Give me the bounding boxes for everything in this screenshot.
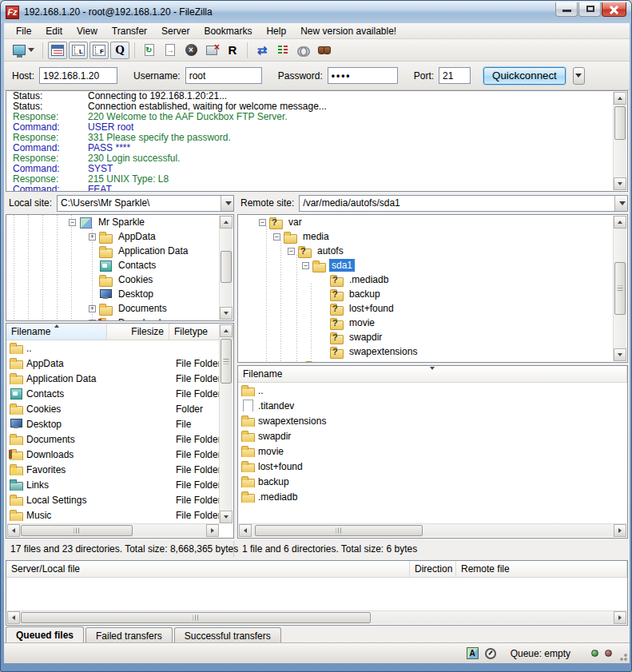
speed-limits-icon[interactable] [485,648,496,659]
menu-transfer[interactable]: Transfer [105,24,154,38]
message-log[interactable]: Status:Connecting to 192.168.1.20:21... … [6,90,628,192]
scrollbar-thumb[interactable] [221,339,232,384]
scrollbar-thumb[interactable] [255,525,423,536]
column-header-filename[interactable]: Filename [6,324,107,340]
queue-horizontal-scrollbar[interactable] [7,610,626,624]
tab-failed-transfers[interactable]: Failed transfers [85,627,173,643]
link-button[interactable] [294,42,313,59]
log-vertical-scrollbar[interactable] [613,92,626,190]
transfer-type-icon[interactable]: A [467,647,479,659]
file-row[interactable]: Links File Folder [6,477,233,492]
menu-file[interactable]: File [9,24,38,38]
tree-item-lost-found[interactable]: ? lost+found [238,301,627,316]
close-button[interactable] [602,2,626,17]
site-manager-button[interactable] [9,42,38,59]
tree-item-application-data[interactable]: Application Data [6,244,233,258]
local-list-vertical-scrollbar[interactable] [219,324,233,523]
cancel-operation-button[interactable]: × [181,42,201,59]
remote-site-combo[interactable]: /var/media/autofs/sda1 [299,195,628,212]
tree-item-downloads[interactable]: + Downloads [6,316,233,321]
tree-item-desktop[interactable]: Desktop [6,287,233,301]
scroll-left-button[interactable] [7,524,20,537]
scrollbar-thumb[interactable] [614,106,626,140]
title-bar[interactable]: Fz 192.168.1.20 - root@192.168.1.20 - Fi… [1,1,631,23]
find-files-button[interactable] [315,42,334,59]
combo-dropdown-button[interactable] [614,196,627,211]
tree-item-dvd[interactable]: ? dvd [238,359,627,363]
collapse-toggle-icon[interactable]: − [69,219,76,226]
tab-queued-files[interactable]: Queued files [6,626,84,643]
scroll-right-button[interactable] [206,524,219,537]
reconnect-button[interactable]: R [223,42,242,59]
refresh-button[interactable]: ↻ [140,42,159,59]
file-row[interactable]: .titandev [238,398,627,413]
collapse-toggle-icon[interactable]: − [259,219,266,226]
compare-directories-button[interactable]: ⇄ [252,42,272,59]
expand-toggle-icon[interactable]: + [89,320,96,322]
username-input[interactable] [185,67,262,84]
scroll-up-button[interactable] [614,216,626,229]
file-row[interactable]: Downloads File Folder [6,447,233,462]
scroll-up-button[interactable] [220,324,233,337]
quickconnect-dropdown-button[interactable] [573,67,585,85]
column-header-filename[interactable]: Filename [238,366,627,382]
tree-item-contacts[interactable]: Contacts [6,258,233,272]
collapse-toggle-icon[interactable]: − [273,233,280,241]
local-site-combo[interactable]: C:\Users\Mr Sparkle\ [57,195,234,212]
menu-new-version[interactable]: New version available! [293,24,403,38]
collapse-toggle-icon[interactable]: − [288,248,295,255]
local-tree-vertical-scrollbar[interactable] [219,216,233,320]
file-row[interactable]: AppData File Folder [6,356,233,371]
expand-toggle-icon[interactable]: + [89,305,96,312]
toggle-remote-tree-button[interactable]: F [89,42,109,59]
tree-item-backup[interactable]: ? backup [238,287,627,301]
transfer-queue[interactable]: Server/Local file Direction Remote file [6,560,628,626]
remote-list-horizontal-scrollbar[interactable] [239,523,626,537]
tree-item-movie[interactable]: ? movie [238,316,627,330]
expand-toggle-icon[interactable]: + [89,233,96,241]
scroll-down-button[interactable] [614,348,626,361]
minimize-button[interactable] [555,2,578,17]
scroll-right-button[interactable] [614,611,626,624]
tree-item-appdata[interactable]: + AppData [6,229,233,244]
collapse-toggle-icon[interactable]: − [302,262,309,269]
file-row[interactable]: Favorites File Folder [6,462,233,477]
tree-item-var[interactable]: − ? var [238,215,627,229]
file-row[interactable]: backup [238,474,627,489]
scroll-left-button[interactable] [239,524,252,537]
scrollbar-thumb[interactable] [614,262,626,315]
scrollbar-thumb[interactable] [221,251,232,283]
toggle-message-log-button[interactable] [48,42,67,59]
column-header-direction[interactable]: Direction [410,561,456,577]
process-queue-button[interactable]: → [161,42,180,59]
tree-item-media[interactable]: − media [238,229,627,244]
scroll-down-button[interactable] [220,511,233,523]
file-row[interactable]: Local Settings File Folder [6,492,233,507]
local-file-list[interactable]: Filename Filesize Filetype .. AppData Fi… [6,323,234,539]
scroll-left-button[interactable] [7,611,20,624]
column-header-remote-file[interactable]: Remote file [456,561,627,577]
file-row[interactable]: .mediadb [238,489,627,504]
remote-directory-tree[interactable]: − ? var − media − ? autofs − sda1 ? [237,214,628,363]
maximize-button[interactable] [578,2,601,17]
scrollbar-thumb[interactable] [21,525,133,536]
file-row[interactable]: Documents File Folder [6,431,233,447]
file-row[interactable]: Cookies Folder [6,401,233,416]
file-row[interactable]: .. [238,383,627,398]
scroll-down-button[interactable] [220,307,233,320]
file-row[interactable]: Desktop File [6,416,233,431]
password-input[interactable] [328,67,398,84]
tree-item-mediadb[interactable]: ? .mediadb [238,272,627,287]
scroll-up-button[interactable] [614,92,626,105]
column-header-server-local-file[interactable]: Server/Local file [6,561,410,577]
scroll-down-button[interactable] [614,177,626,190]
file-row[interactable]: lost+found [238,459,627,474]
menu-server[interactable]: Server [154,24,197,38]
scroll-right-button[interactable] [614,524,626,537]
file-row[interactable]: Application Data File Folder [6,371,233,386]
local-directory-tree[interactable]: − Mr Sparkle + AppData Application Data … [6,214,234,321]
disconnect-button[interactable]: × [202,42,221,59]
menu-view[interactable]: View [70,24,105,38]
quickconnect-button[interactable]: Quickconnect [483,67,566,85]
tree-item-mr-sparkle[interactable]: − Mr Sparkle [6,215,233,229]
